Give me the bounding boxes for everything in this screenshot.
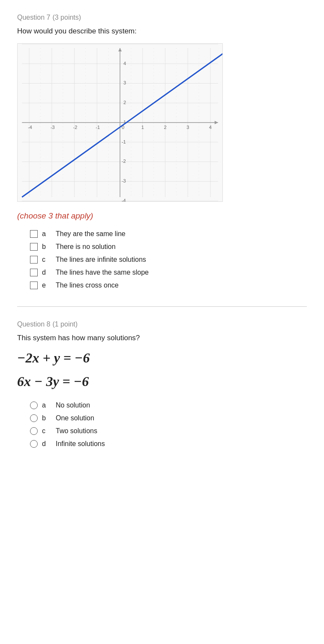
q7-checkbox-c[interactable]: [30, 256, 38, 264]
choose-label: (choose 3 that apply): [17, 211, 307, 221]
q7-label-a: They are the same line: [56, 230, 126, 238]
equation-1: −2x + y = −6: [17, 350, 307, 366]
q8-label-a: No solution: [56, 401, 90, 409]
svg-text:-4: -4: [28, 125, 32, 130]
svg-text:-2: -2: [73, 125, 78, 130]
question-7-text: How would you describe this system:: [17, 27, 307, 36]
q7-letter-c: c: [42, 256, 48, 264]
svg-text:4: 4: [123, 61, 126, 66]
q8-option-c[interactable]: c Two solutions: [30, 427, 307, 435]
q8-radio-d[interactable]: [30, 440, 38, 448]
q7-label-e: The lines cross once: [56, 282, 119, 289]
q8-option-a[interactable]: a No solution: [30, 401, 307, 409]
svg-text:3: 3: [123, 80, 126, 85]
q8-letter-b: b: [42, 414, 48, 422]
q7-option-e[interactable]: e The lines cross once: [30, 282, 307, 289]
question-7-number: Question 7: [17, 14, 50, 21]
q7-letter-d: d: [42, 269, 48, 276]
q8-label-b: One solution: [56, 414, 94, 422]
q7-options-list: a They are the same line b There is no s…: [30, 230, 307, 289]
question-7-points: (3 points): [52, 14, 81, 21]
q8-radio-a[interactable]: [30, 401, 38, 409]
q7-label-d: The lines have the same slope: [56, 269, 149, 276]
svg-text:-2: -2: [122, 159, 126, 164]
question-7-header: Question 7 (3 points): [17, 13, 307, 22]
svg-text:-3: -3: [122, 178, 126, 183]
q7-letter-a: a: [42, 230, 48, 238]
svg-text:-4: -4: [122, 198, 126, 201]
question-8: Question 8 (1 point) This system has how…: [17, 320, 307, 448]
svg-text:1: 1: [141, 125, 144, 130]
question-7: Question 7 (3 points) How would you desc…: [17, 13, 307, 289]
q7-checkbox-d[interactable]: [30, 269, 38, 276]
equation-2: 6x − 3y = −6: [17, 374, 307, 389]
question-8-header: Question 8 (1 point): [17, 320, 307, 329]
q7-checkbox-e[interactable]: [30, 282, 38, 289]
q8-option-d[interactable]: d Infinite solutions: [30, 440, 307, 448]
q7-option-a[interactable]: a They are the same line: [30, 230, 307, 238]
svg-text:-1: -1: [122, 139, 126, 144]
q8-letter-c: c: [42, 427, 48, 435]
q8-label-d: Infinite solutions: [56, 440, 105, 448]
svg-text:2: 2: [164, 125, 166, 130]
q7-checkbox-b[interactable]: [30, 243, 38, 251]
q7-label-c: The lines are infinite solutions: [56, 256, 146, 264]
q8-radio-c[interactable]: [30, 427, 38, 435]
question-8-number: Question 8: [17, 321, 50, 328]
q8-letter-a: a: [42, 401, 48, 409]
q7-option-b[interactable]: b There is no solution: [30, 243, 307, 251]
svg-text:2: 2: [123, 100, 126, 105]
section-divider: [17, 306, 307, 307]
q7-letter-e: e: [42, 282, 48, 289]
q8-radio-b[interactable]: [30, 414, 38, 422]
q8-letter-d: d: [42, 440, 48, 448]
question-8-points: (1 point): [52, 321, 78, 328]
graph-container: -4 -3 -2 -1 0 1 2 3 4 4 3 2 1 -1 -2 -3 -…: [17, 43, 223, 202]
q7-option-c[interactable]: c The lines are infinite solutions: [30, 256, 307, 264]
q7-letter-b: b: [42, 243, 48, 251]
graph-svg: -4 -3 -2 -1 0 1 2 3 4 4 3 2 1 -1 -2 -3 -…: [18, 44, 222, 201]
q7-label-b: There is no solution: [56, 243, 116, 251]
q8-options-list: a No solution b One solution c Two solut…: [30, 401, 307, 448]
q7-option-d[interactable]: d The lines have the same slope: [30, 269, 307, 276]
question-8-text: This system has how many solutions?: [17, 334, 307, 342]
svg-text:3: 3: [186, 125, 189, 130]
svg-text:-1: -1: [96, 125, 100, 130]
svg-text:-3: -3: [51, 125, 55, 130]
q8-label-c: Two solutions: [56, 427, 97, 435]
q8-option-b[interactable]: b One solution: [30, 414, 307, 422]
q7-checkbox-a[interactable]: [30, 230, 38, 238]
svg-text:4: 4: [209, 125, 212, 130]
